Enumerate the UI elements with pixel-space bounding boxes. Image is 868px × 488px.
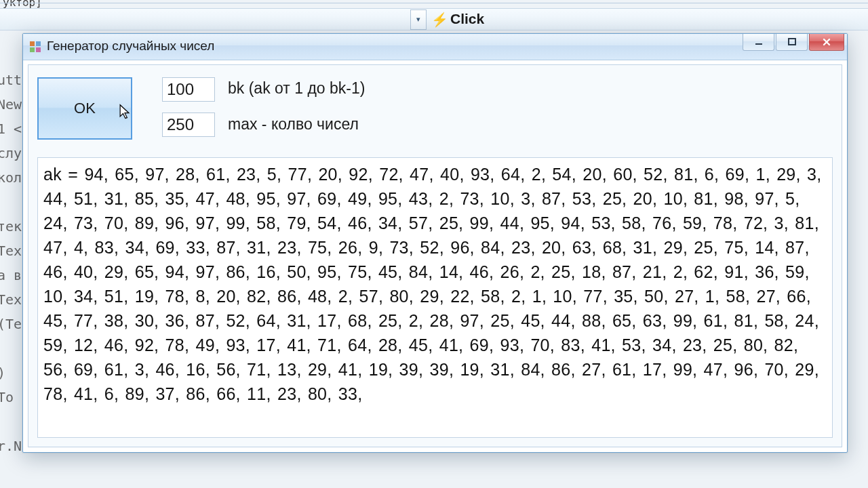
svg-rect-3: [36, 47, 41, 52]
minimize-button[interactable]: [743, 34, 774, 51]
svg-rect-1: [36, 41, 41, 46]
client-area: OK bk (ak от 1 до bk-1) max - колво чисе…: [28, 64, 842, 447]
close-button[interactable]: [809, 34, 844, 51]
app-icon: [30, 41, 41, 52]
ok-button[interactable]: OK: [37, 77, 132, 140]
output-textbox[interactable]: ak = 94, 65, 97, 28, 61, 23, 5, 77, 20, …: [37, 157, 833, 438]
titlebar[interactable]: Генератор случайных чисел: [23, 34, 847, 60]
window-title: Генератор случайных чисел: [47, 39, 214, 54]
event-name-label[interactable]: Click: [450, 11, 484, 27]
bk-input[interactable]: [162, 77, 215, 102]
svg-rect-5: [789, 39, 795, 45]
svg-rect-2: [30, 47, 35, 52]
max-label: max - колво чисел: [228, 115, 359, 134]
svg-rect-0: [30, 41, 35, 46]
ok-button-label: OK: [74, 100, 96, 117]
bk-label: bk (ak от 1 до bk-1): [228, 79, 365, 98]
max-input[interactable]: [162, 113, 215, 137]
code-editor-peek: utt New 1 < слу кол тек Tex а в Tex (Te …: [0, 68, 22, 488]
svg-rect-4: [755, 43, 762, 45]
lightning-icon: ⚡: [431, 12, 448, 28]
toolbar-dropdown[interactable]: ▾: [410, 9, 427, 30]
random-generator-window: Генератор случайных чисел OK bk (ak от 1…: [22, 33, 848, 453]
maximize-button[interactable]: [776, 34, 808, 51]
divider: [0, 3, 868, 3]
